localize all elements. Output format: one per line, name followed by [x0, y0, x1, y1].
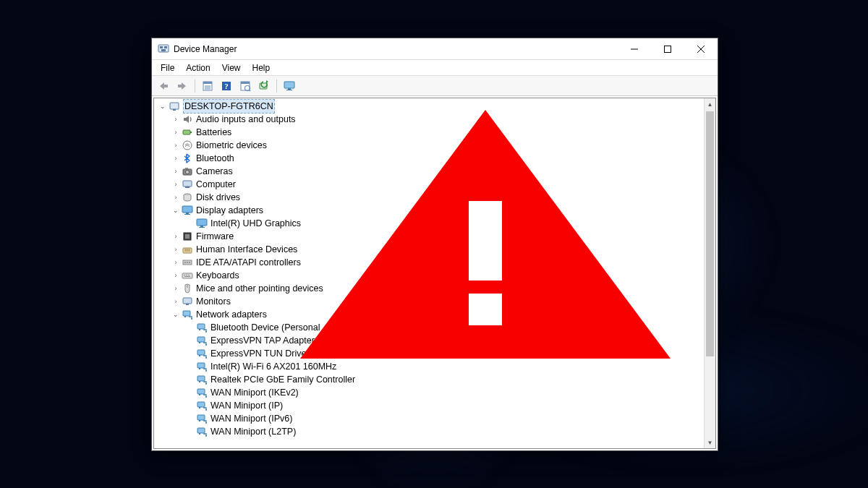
tree-category-firmware[interactable]: ›Firmware — [157, 230, 704, 243]
expand-icon[interactable]: › — [171, 271, 180, 280]
svg-rect-48 — [182, 273, 192, 278]
tree-root-node[interactable]: ⌄DESKTOP-FGTR6CN — [157, 100, 704, 113]
expand-icon[interactable]: › — [171, 167, 180, 176]
toolbar-back-button[interactable] — [155, 78, 172, 94]
toolbar-separator — [195, 80, 195, 93]
toolbar-separator — [276, 80, 277, 93]
menu-help[interactable]: Help — [247, 61, 276, 74]
svg-point-76 — [205, 396, 207, 398]
svg-rect-36 — [197, 219, 207, 226]
minimize-button[interactable] — [618, 38, 651, 60]
tree-panel: ⌄DESKTOP-FGTR6CN›Audio inputs and output… — [153, 98, 716, 449]
scroll-up-button[interactable]: ▲ — [705, 98, 715, 110]
tree-category-mouse[interactable]: ›Mice and other pointing devices — [157, 282, 704, 295]
expand-icon[interactable]: › — [171, 115, 180, 124]
tree-category-keyboard[interactable]: ›Keyboards — [157, 269, 704, 282]
tree-device-item[interactable]: ›ExpressVPN TUN Driver — [157, 347, 704, 360]
tree-category-bluetooth[interactable]: ›Bluetooth — [157, 152, 704, 165]
svg-rect-60 — [199, 329, 200, 330]
expand-icon[interactable]: › — [171, 232, 180, 241]
expand-icon[interactable]: › — [171, 258, 180, 267]
titlebar[interactable]: Device Manager — [152, 38, 718, 60]
scrollbar-thumb[interactable] — [706, 111, 714, 356]
tree-item-label: DESKTOP-FGTR6CN — [183, 99, 275, 114]
svg-rect-80 — [197, 415, 205, 420]
tree-device-item[interactable]: ›Bluetooth Device (Personal — [157, 321, 704, 334]
tree-device-item[interactable]: ›Intel(R) Wi-Fi 6 AX201 160MHz — [157, 360, 704, 373]
collapse-icon[interactable]: ⌄ — [171, 310, 180, 319]
tree-device-item[interactable]: ›ExpressVPN TAP Adapter — [157, 334, 704, 347]
keyboard-icon — [182, 270, 193, 281]
expand-icon[interactable]: › — [171, 245, 180, 254]
svg-rect-65 — [197, 350, 205, 355]
toolbar-update-button[interactable] — [255, 78, 273, 94]
maximize-button[interactable] — [651, 38, 684, 60]
svg-rect-33 — [182, 206, 192, 213]
svg-rect-69 — [199, 368, 200, 369]
svg-rect-1 — [160, 46, 163, 48]
toolbar-monitor-button[interactable] — [281, 78, 298, 94]
tree-device-item[interactable]: ›Realtek PCIe GbE Family Controller — [157, 373, 704, 386]
collapse-icon[interactable]: ⌄ — [158, 102, 167, 111]
tree-category-display[interactable]: ⌄Display adapters — [157, 204, 704, 217]
tree-item-label: Display adapters — [196, 204, 263, 217]
device-tree[interactable]: ⌄DESKTOP-FGTR6CN›Audio inputs and output… — [154, 98, 704, 448]
svg-text:?: ? — [224, 82, 229, 90]
ide-icon — [182, 257, 193, 268]
svg-rect-75 — [199, 394, 200, 395]
svg-rect-83 — [197, 428, 205, 433]
menu-view[interactable]: View — [216, 61, 247, 74]
tree-device-item[interactable]: ›Intel(R) UHD Graphics — [157, 217, 704, 230]
network-icon — [182, 309, 193, 320]
root-icon — [169, 100, 180, 112]
menubar: File Action View Help — [152, 60, 718, 76]
tree-category-hid[interactable]: ›Human Interface Devices — [157, 243, 704, 256]
expand-icon[interactable]: › — [171, 154, 180, 163]
expand-icon[interactable]: › — [171, 297, 180, 306]
expand-icon[interactable]: › — [171, 193, 180, 202]
toolbar-properties-button[interactable] — [199, 78, 216, 94]
menu-file[interactable]: File — [155, 61, 180, 74]
computer-icon — [182, 179, 193, 190]
tree-category-battery[interactable]: ›Batteries — [157, 126, 704, 139]
tree-device-item[interactable]: ›WAN Miniport (IKEv2) — [157, 386, 704, 399]
svg-rect-49 — [184, 275, 185, 275]
toolbar-scan-button[interactable] — [237, 78, 254, 94]
tree-category-camera[interactable]: ›Cameras — [157, 165, 704, 178]
tree-category-computer[interactable]: ›Computer — [157, 178, 704, 191]
svg-rect-52 — [184, 276, 190, 277]
tree-device-item[interactable]: ›WAN Miniport (IPv6) — [157, 412, 704, 425]
toolbar-forward-button[interactable] — [174, 78, 191, 94]
svg-rect-8 — [203, 82, 212, 84]
collapse-icon[interactable]: ⌄ — [171, 206, 180, 215]
menu-action[interactable]: Action — [180, 61, 216, 74]
close-button[interactable] — [684, 38, 718, 60]
svg-rect-6 — [178, 85, 182, 87]
expand-icon[interactable]: › — [171, 128, 180, 137]
scroll-down-button[interactable]: ▼ — [705, 437, 715, 448]
svg-rect-51 — [188, 275, 190, 275]
tree-category-biometric[interactable]: ›Biometric devices — [157, 139, 704, 152]
svg-rect-5 — [163, 85, 168, 87]
firmware-icon — [182, 231, 193, 242]
expand-icon[interactable]: › — [171, 180, 180, 189]
expand-icon[interactable]: › — [171, 284, 180, 293]
svg-rect-78 — [199, 407, 200, 408]
svg-rect-4 — [665, 46, 671, 52]
tree-category-network[interactable]: ⌄Network adapters — [157, 308, 704, 321]
tree-device-item[interactable]: ›WAN Miniport (IP) — [157, 399, 704, 412]
expand-icon[interactable]: › — [171, 141, 180, 150]
svg-point-73 — [205, 383, 207, 385]
svg-point-67 — [205, 357, 207, 359]
svg-rect-25 — [190, 132, 192, 133]
tree-item-label: Bluetooth Device (Personal — [210, 321, 320, 334]
tree-category-audio[interactable]: ›Audio inputs and outputs — [157, 113, 704, 126]
tree-category-disk[interactable]: ›Disk drives — [157, 191, 704, 204]
vertical-scrollbar[interactable]: ▲ ▼ — [704, 98, 715, 448]
toolbar-help-button[interactable]: ? — [218, 78, 235, 94]
tree-category-monitor[interactable]: ›Monitors — [157, 295, 704, 308]
tree-category-ide[interactable]: ›IDE ATA/ATAPI controllers — [157, 256, 704, 269]
network-icon — [196, 426, 208, 437]
tree-item-label: Human Interface Devices — [196, 243, 297, 256]
tree-device-item[interactable]: ›WAN Miniport (L2TP) — [157, 425, 704, 438]
